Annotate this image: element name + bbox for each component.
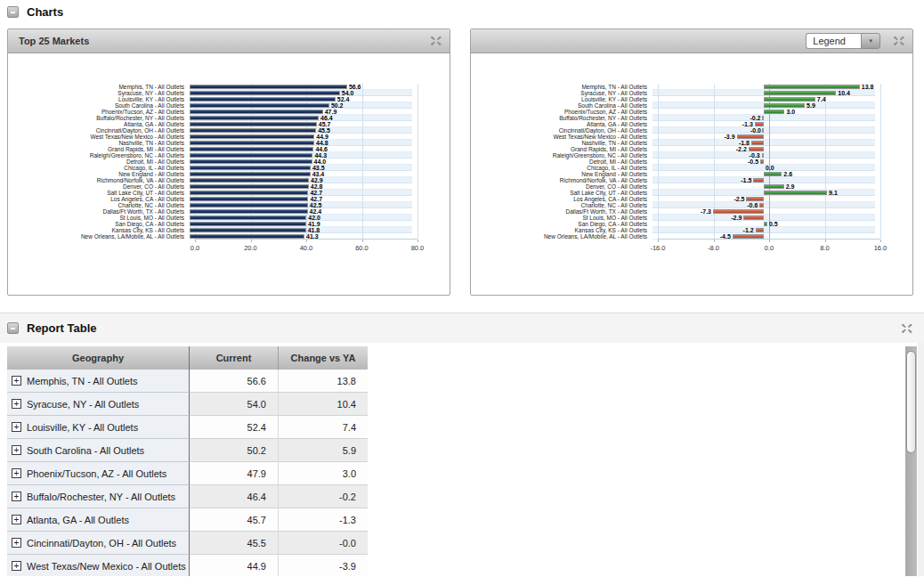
column-header-change-vs-ya[interactable]: Change vs YA xyxy=(279,346,368,370)
data-bar[interactable] xyxy=(755,122,764,126)
table-row[interactable]: +Cincinnati/Dayton, OH - All Outlets45.5… xyxy=(7,532,368,555)
geography-cell: +West Texas/New Mexico - All Outlets xyxy=(7,555,190,576)
data-bar[interactable] xyxy=(762,116,764,120)
data-value-label: -0.2 xyxy=(750,115,760,121)
data-bar[interactable] xyxy=(190,91,340,95)
data-bar[interactable] xyxy=(190,166,311,170)
data-bar[interactable] xyxy=(760,159,764,164)
data-bar[interactable] xyxy=(190,147,313,151)
expand-row-icon[interactable]: + xyxy=(12,376,21,386)
expand-row-icon[interactable]: + xyxy=(12,561,21,571)
current-value-cell: 44.9 xyxy=(190,555,279,576)
chart-category-label: San Diego, CA - All Outlets xyxy=(8,221,190,227)
chart-category-label: New England - All Outlets xyxy=(471,171,652,177)
data-bar[interactable] xyxy=(190,222,306,226)
data-value-label: -1.3 xyxy=(742,121,753,127)
data-bar[interactable] xyxy=(190,184,309,189)
data-bar[interactable] xyxy=(190,197,308,201)
data-value-label: 5.9 xyxy=(806,102,815,109)
table-scrollbar-thumb[interactable] xyxy=(906,351,916,453)
data-bar[interactable] xyxy=(190,141,314,145)
data-bar[interactable] xyxy=(190,215,306,220)
expand-icon[interactable]: ⬉⬈ ⬋⬊ xyxy=(901,323,913,334)
chart-category-label: South Carolina - All Outlets xyxy=(8,102,190,109)
geography-label: Louisville, KY - All Outlets xyxy=(27,422,138,433)
data-value-label: 41.3 xyxy=(306,233,319,240)
legend-dropdown-value[interactable]: Legend xyxy=(806,33,861,49)
column-header-geography[interactable]: Geography xyxy=(7,346,190,370)
data-bar[interactable] xyxy=(764,85,860,89)
data-bar[interactable] xyxy=(764,110,784,114)
table-row[interactable]: +Syracuse, NY - All Outlets54.010.4 xyxy=(7,393,368,416)
data-bar[interactable] xyxy=(743,215,764,220)
data-bar[interactable] xyxy=(764,103,805,108)
data-bar[interactable] xyxy=(190,159,312,164)
expand-icon[interactable]: ⬉⬈ ⬋⬊ xyxy=(893,36,905,46)
collapse-icon[interactable] xyxy=(7,6,19,18)
expand-row-icon[interactable]: + xyxy=(12,422,21,432)
data-bar[interactable] xyxy=(756,228,764,232)
data-bar[interactable] xyxy=(190,191,308,195)
data-bar[interactable] xyxy=(713,209,764,214)
chart-category-label: Memphis, TN - All Outlets xyxy=(8,84,190,90)
data-bar[interactable] xyxy=(190,116,319,120)
axis-tick xyxy=(306,240,307,242)
data-bar[interactable] xyxy=(764,191,827,195)
expand-row-icon[interactable]: + xyxy=(12,492,21,501)
data-bar[interactable] xyxy=(762,153,764,158)
data-bar[interactable] xyxy=(764,222,767,226)
data-bar[interactable] xyxy=(764,184,784,189)
data-bar[interactable] xyxy=(746,197,764,201)
expand-row-icon[interactable]: + xyxy=(12,538,21,548)
geography-label: Atlanta, GA - All Outlets xyxy=(27,515,129,525)
expand-row-icon[interactable]: + xyxy=(12,515,21,524)
data-bar[interactable] xyxy=(762,128,764,133)
table-row[interactable]: +West Texas/New Mexico - All Outlets44.9… xyxy=(7,555,368,576)
chart-row: Dallas/Ft Worth, TX - All Outlets-7.3 xyxy=(471,208,912,215)
collapse-icon[interactable] xyxy=(7,322,19,334)
chart-row: St Louis, MO - All Outlets42.0 xyxy=(8,215,450,221)
data-bar[interactable] xyxy=(190,134,314,139)
data-bar[interactable] xyxy=(764,172,782,176)
expand-row-icon[interactable]: + xyxy=(12,468,21,478)
expand-row-icon[interactable]: + xyxy=(12,399,21,409)
data-bar[interactable] xyxy=(190,153,312,158)
data-bar[interactable] xyxy=(190,234,304,239)
data-bar[interactable] xyxy=(190,110,323,114)
chart-row: Buffalo/Rochester, NY - All Outlets-0.2 xyxy=(471,115,912,121)
expand-icon[interactable]: ⬉⬈ ⬋⬊ xyxy=(430,36,442,46)
data-bar[interactable] xyxy=(764,91,836,95)
table-row[interactable]: +Buffalo/Rochester, NY - All Outlets46.4… xyxy=(7,485,368,508)
table-row[interactable]: +South Carolina - All Outlets50.25.9 xyxy=(7,439,368,462)
data-bar[interactable] xyxy=(190,97,336,102)
table-row[interactable]: +Phoenix/Tucson, AZ - All Outlets47.93.0 xyxy=(7,462,368,485)
chevron-down-icon[interactable]: ▼ xyxy=(861,33,880,49)
data-bar[interactable] xyxy=(749,147,764,151)
data-bar[interactable] xyxy=(753,178,764,183)
data-bar[interactable] xyxy=(190,178,309,183)
chart-plot-cell: 43.5 xyxy=(190,165,412,171)
data-bar[interactable] xyxy=(190,85,347,89)
data-bar[interactable] xyxy=(190,209,308,214)
axis-tick-label: 60.0 xyxy=(355,244,369,252)
data-bar[interactable] xyxy=(190,103,329,108)
legend-dropdown[interactable]: Legend ▼ xyxy=(806,33,880,49)
data-bar[interactable] xyxy=(751,141,764,145)
data-bar[interactable] xyxy=(190,228,306,232)
table-row[interactable]: +Louisville, KY - All Outlets52.47.4 xyxy=(7,416,368,439)
expand-row-icon[interactable]: + xyxy=(12,445,21,455)
table-row[interactable]: +Memphis, TN - All Outlets56.613.8 xyxy=(7,370,368,393)
chart-plot-cell: 2.9 xyxy=(652,183,875,190)
data-bar[interactable] xyxy=(759,203,764,207)
data-bar[interactable] xyxy=(190,128,316,133)
data-bar[interactable] xyxy=(190,122,317,126)
chart-row: West Texas/New Mexico - All Outlets-3.9 xyxy=(471,134,912,140)
column-header-current[interactable]: Current xyxy=(190,346,279,370)
data-bar[interactable] xyxy=(733,234,764,239)
data-bar[interactable] xyxy=(190,172,311,176)
data-bar[interactable] xyxy=(190,203,308,207)
data-bar[interactable] xyxy=(737,134,764,139)
table-row[interactable]: +Atlanta, GA - All Outlets45.7-1.3 xyxy=(7,508,368,532)
data-bar[interactable] xyxy=(764,97,815,102)
table-scrollbar[interactable] xyxy=(905,346,917,576)
